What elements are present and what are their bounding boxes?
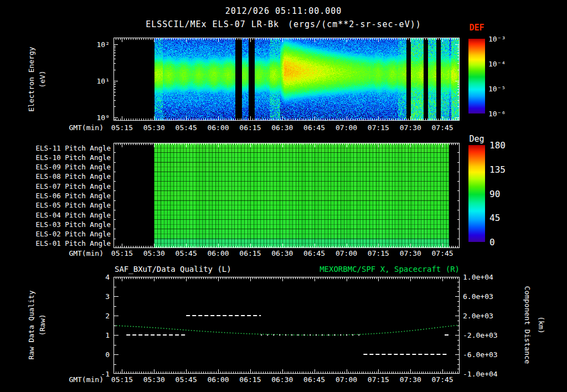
pitch-row-label: ELS-10 Pitch Angle: [22, 153, 111, 161]
deg-tick-label: 45: [489, 214, 500, 222]
pitch-row-label: ELS-04 Pitch Angle: [22, 210, 111, 219]
pitch-row-label: ELS-09 Pitch Angle: [22, 163, 111, 171]
quality-tick-label: 2: [76, 312, 110, 320]
time-tick-label: 07:00: [332, 249, 361, 257]
time-tick-label: 05:45: [172, 375, 200, 384]
time-tick-label: 07:30: [396, 123, 425, 132]
time-tick-label: 07:00: [332, 375, 361, 384]
deg-colorbar: [468, 145, 485, 242]
time-tick-label: 05:45: [172, 123, 200, 132]
time-tick-label: 05:15: [107, 375, 136, 384]
time-tick-label: 06:45: [300, 123, 329, 132]
distance-y-axis-label: Component Distance: [523, 286, 532, 364]
distance-tick-label: 1.0e+04: [463, 273, 493, 281]
quality-y-axis-units: (Raw): [38, 314, 47, 336]
time-tick-label: 05:30: [140, 123, 168, 132]
time-tick-label: 07:45: [428, 375, 457, 384]
time-tick-label: 05:15: [107, 249, 136, 257]
data-quality-panel: [114, 277, 460, 374]
pitch-row-label: ELS-06 Pitch Angle: [22, 192, 111, 200]
electron-energy-spectrogram: [114, 38, 460, 121]
pitch-row-label: ELS-07 Pitch Angle: [22, 182, 111, 190]
quality-tick-label: -1: [76, 370, 110, 378]
distance-y-axis-units: (km): [537, 316, 545, 333]
time-tick-label: 05:15: [107, 123, 136, 132]
time-tick-label: 06:45: [300, 375, 329, 384]
time-tick-label: 07:45: [428, 249, 457, 257]
time-tick-label: 05:45: [172, 249, 200, 257]
gmt-axis-label-top: GMT(min): [53, 123, 104, 132]
quality-panel-title-right: MEXORBMC/SPF X, Spacecraft (R): [221, 265, 460, 274]
time-tick-label: 06:30: [268, 375, 297, 384]
deg-tick-label: 90: [489, 189, 500, 198]
time-tick-label: 06:30: [268, 249, 297, 257]
pitch-angle-panel: [114, 143, 460, 248]
def-tick-label: 10⁻⁵: [488, 85, 506, 93]
quality-tick-label: 0: [76, 350, 110, 359]
spectrogram-y-axis-label: Electron Energy: [27, 47, 35, 111]
def-tick-label: 10⁻⁶: [488, 110, 506, 118]
time-tick-label: 07:15: [364, 249, 393, 257]
pitch-row-label: ELS-11 Pitch Angle: [22, 143, 111, 152]
pitch-row-label: ELS-03 Pitch Angle: [22, 220, 111, 228]
time-tick-label: 07:00: [332, 123, 361, 132]
distance-tick-label: 6.0e+03: [463, 292, 493, 301]
def-colorbar-title: DEF: [460, 24, 493, 32]
time-tick-label: 07:30: [396, 375, 425, 384]
mex-els-plot-screen: 2012/026 05:11:00.000 ELSSCIL/MEx ELS-07…: [0, 0, 567, 392]
def-tick-label: 10⁻⁴: [488, 60, 506, 68]
quality-panel-title-left: SAF_BXuT/Data Quality (L): [115, 265, 231, 274]
distance-tick-label: 2.0e+03: [463, 312, 493, 320]
quality-tick-label: 3: [76, 292, 110, 301]
time-tick-label: 06:15: [236, 375, 265, 384]
distance-tick-label: -1.0e+04: [463, 370, 498, 378]
def-tick-label: 10⁻³: [488, 35, 506, 43]
time-tick-label: 06:45: [300, 249, 329, 257]
gmt-axis-label-middle: GMT(min): [53, 249, 104, 257]
time-tick-label: 06:00: [204, 249, 233, 257]
quality-tick-label: 1: [76, 331, 110, 339]
pitch-row-label: ELS-01 Pitch Angle: [22, 239, 111, 247]
subtitle-instrument: ELSSCIL/MEx ELS-07 LR-Bk: [146, 19, 279, 29]
energy-tick-label: 10¹: [76, 77, 110, 85]
time-tick-label: 07:30: [396, 249, 425, 257]
time-tick-label: 06:15: [236, 249, 265, 257]
time-tick-label: 06:15: [236, 123, 265, 132]
time-tick-label: 06:30: [268, 123, 297, 132]
distance-tick-label: -2.0e+03: [463, 331, 498, 339]
deg-tick-label: 135: [489, 165, 506, 173]
time-tick-label: 07:15: [364, 375, 393, 384]
pitch-row-label: ELS-02 Pitch Angle: [22, 230, 111, 238]
energy-tick-label: 10⁰: [76, 114, 110, 122]
time-tick-label: 05:30: [140, 249, 168, 257]
time-tick-label: 05:30: [140, 375, 168, 384]
quality-tick-label: 4: [76, 273, 110, 281]
time-tick-label: 06:00: [204, 375, 233, 384]
page-title: 2012/026 05:11:00.000: [0, 7, 567, 16]
time-tick-label: 07:15: [364, 123, 393, 132]
spectrogram-y-axis-units: (eV): [38, 70, 47, 87]
energy-tick-label: 10²: [76, 40, 110, 49]
deg-tick-label: 0: [489, 238, 495, 246]
deg-colorbar-title: Deg: [460, 135, 493, 143]
time-tick-label: 06:00: [204, 123, 233, 132]
quality-y-axis-label: Raw Data Quality: [27, 290, 35, 359]
subtitle-units: (ergs/(cm**2-sr-sec-eV)): [288, 19, 421, 29]
def-colorbar: [468, 39, 485, 114]
deg-tick-label: 180: [489, 141, 506, 149]
pitch-row-label: ELS-08 Pitch Angle: [22, 172, 111, 180]
pitch-row-label: ELS-05 Pitch Angle: [22, 201, 111, 209]
distance-tick-label: -6.0e+03: [463, 350, 498, 359]
time-tick-label: 07:45: [428, 123, 457, 132]
